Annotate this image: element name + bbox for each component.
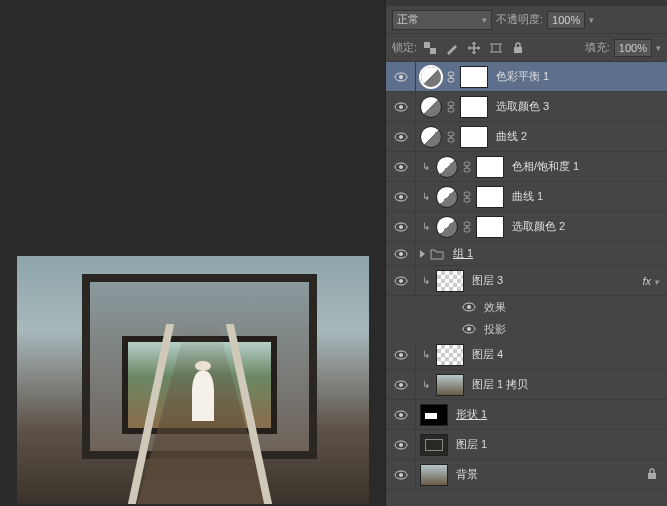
link-icon[interactable]	[446, 131, 456, 143]
layer-thumb[interactable]	[436, 270, 464, 292]
lock-icon	[647, 468, 657, 482]
layer-row[interactable]: ↳ 选取颜色 2	[386, 212, 667, 242]
mask-thumb[interactable]	[460, 126, 488, 148]
layer-row[interactable]: ↳ 图层 1 拷贝	[386, 370, 667, 400]
link-icon[interactable]	[462, 161, 472, 173]
svg-point-43	[399, 353, 403, 357]
fill-value: 100%	[619, 42, 647, 54]
visibility-toggle[interactable]	[386, 400, 416, 430]
visibility-toggle[interactable]	[386, 266, 416, 296]
svg-point-30	[399, 225, 403, 229]
layer-thumb[interactable]	[420, 464, 448, 486]
visibility-toggle[interactable]	[386, 152, 416, 182]
fill-label: 填充:	[585, 40, 610, 55]
chevron-down-icon[interactable]: ▾	[656, 43, 661, 53]
lock-position-icon[interactable]	[465, 40, 483, 56]
lock-all-icon[interactable]	[509, 40, 527, 56]
mask-thumb[interactable]	[460, 96, 488, 118]
adjustment-thumb[interactable]	[436, 156, 458, 178]
mask-thumb[interactable]	[460, 66, 488, 88]
layers-list[interactable]: 色彩平衡 1 选取颜色 3 曲线 2 ↳	[386, 62, 667, 506]
layer-row[interactable]: 图层 1	[386, 430, 667, 460]
link-icon[interactable]	[462, 191, 472, 203]
layer-name[interactable]: 图层 1	[456, 437, 487, 452]
visibility-toggle[interactable]	[386, 62, 416, 92]
svg-point-41	[467, 327, 471, 331]
svg-point-49	[399, 443, 403, 447]
lock-brush-icon[interactable]	[443, 40, 461, 56]
visibility-toggle[interactable]	[460, 298, 478, 316]
visibility-toggle[interactable]	[386, 92, 416, 122]
visibility-toggle[interactable]	[386, 460, 416, 490]
layer-name[interactable]: 图层 3	[472, 273, 503, 288]
svg-rect-2	[492, 44, 500, 52]
lock-transparent-icon[interactable]	[421, 40, 439, 56]
clip-indicator: ↳	[420, 161, 432, 172]
layer-row[interactable]: ↳ 曲线 1	[386, 182, 667, 212]
layer-name[interactable]: 图层 4	[472, 347, 503, 362]
layer-name[interactable]: 背景	[456, 467, 478, 482]
fx-effects-row[interactable]: 效果	[386, 296, 667, 318]
layer-row[interactable]: ↳ 图层 3 fx ▾	[386, 266, 667, 296]
adjustment-thumb[interactable]	[436, 216, 458, 238]
adjustment-thumb[interactable]	[420, 126, 442, 148]
layer-name[interactable]: 曲线 2	[496, 129, 527, 144]
layer-name[interactable]: 图层 1 拷贝	[472, 377, 528, 392]
layer-row[interactable]: 色彩平衡 1	[386, 62, 667, 92]
chevron-down-icon[interactable]: ▾	[589, 15, 594, 25]
clip-indicator: ↳	[420, 191, 432, 202]
mask-thumb[interactable]	[476, 186, 504, 208]
visibility-toggle[interactable]	[386, 239, 416, 269]
layer-name[interactable]: 形状 1	[456, 407, 487, 422]
svg-point-20	[399, 165, 403, 169]
lock-fill-row: 锁定: 填充: 100% ▾	[386, 34, 667, 62]
svg-point-35	[399, 252, 403, 256]
svg-point-10	[399, 105, 403, 109]
clip-indicator: ↳	[420, 275, 432, 286]
visibility-toggle[interactable]	[386, 182, 416, 212]
adjustment-thumb[interactable]	[420, 96, 442, 118]
svg-point-39	[467, 305, 471, 309]
layer-row-background[interactable]: 背景	[386, 460, 667, 490]
layer-row[interactable]: 选取颜色 3	[386, 92, 667, 122]
fx-dropshadow-row[interactable]: 投影	[386, 318, 667, 340]
layer-thumb[interactable]	[420, 434, 448, 456]
layer-name[interactable]: 曲线 1	[512, 189, 543, 204]
layer-row[interactable]: 曲线 2	[386, 122, 667, 152]
adjustment-thumb[interactable]	[420, 66, 442, 88]
layer-name[interactable]: 选取颜色 3	[496, 99, 549, 114]
blend-mode-select[interactable]: 正常 ▾	[392, 10, 492, 30]
layer-thumb[interactable]	[436, 374, 464, 396]
visibility-toggle[interactable]	[386, 122, 416, 152]
layer-row[interactable]: ↳ 色相/饱和度 1	[386, 152, 667, 182]
visibility-toggle[interactable]	[386, 340, 416, 370]
opacity-value: 100%	[552, 14, 580, 26]
layer-name[interactable]: 选取颜色 2	[512, 219, 565, 234]
visibility-toggle[interactable]	[460, 320, 478, 338]
fx-badge[interactable]: fx ▾	[642, 275, 659, 287]
layer-row-group[interactable]: 组 1	[386, 242, 667, 266]
opacity-input[interactable]: 100%	[547, 11, 585, 29]
link-icon[interactable]	[446, 101, 456, 113]
visibility-toggle[interactable]	[386, 430, 416, 460]
link-icon[interactable]	[446, 71, 456, 83]
expand-toggle[interactable]	[420, 250, 425, 258]
fx-effects-label: 效果	[484, 300, 506, 315]
mask-thumb[interactable]	[476, 156, 504, 178]
layer-thumb[interactable]	[420, 404, 448, 426]
document-canvas[interactable]	[17, 256, 369, 504]
visibility-toggle[interactable]	[386, 212, 416, 242]
layer-name[interactable]: 色相/饱和度 1	[512, 159, 579, 174]
layer-row[interactable]: ↳ 图层 4	[386, 340, 667, 370]
layer-name[interactable]: 组 1	[453, 246, 473, 261]
adjustment-thumb[interactable]	[436, 186, 458, 208]
visibility-toggle[interactable]	[386, 370, 416, 400]
fill-input[interactable]: 100%	[614, 39, 652, 57]
mask-thumb[interactable]	[476, 216, 504, 238]
lock-artboard-icon[interactable]	[487, 40, 505, 56]
layer-name[interactable]: 色彩平衡 1	[496, 69, 549, 84]
layer-thumb[interactable]	[436, 344, 464, 366]
canvas-area[interactable]	[0, 0, 385, 506]
link-icon[interactable]	[462, 221, 472, 233]
layer-row[interactable]: 形状 1	[386, 400, 667, 430]
